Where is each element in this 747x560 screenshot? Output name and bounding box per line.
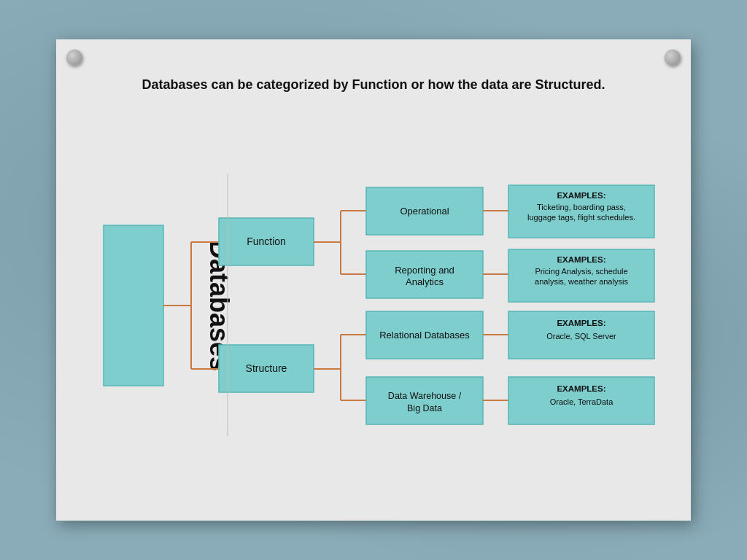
example4-title: EXAMPLES: <box>557 384 605 393</box>
example4-content: Oracle, TerraData <box>550 397 614 406</box>
example3-content: Oracle, SQL Server <box>546 332 616 341</box>
reporting-label-line1: Reporting and <box>395 265 454 276</box>
example2-line2: analysis, weather analysis <box>535 277 628 286</box>
example1-line2: luggage tags, flight schedules. <box>527 213 635 222</box>
structure-label: Structure <box>246 362 287 374</box>
operational-label: Operational <box>400 206 449 217</box>
pin-top-left <box>66 50 82 66</box>
warehouse-label-line2: Big Data <box>407 403 442 413</box>
slide-title: Databases can be categorized by Function… <box>56 39 691 109</box>
pin-top-right <box>665 50 681 66</box>
relational-label: Relational Databases <box>379 330 470 341</box>
example1-line1: Ticketing, boarding pass, <box>537 203 626 211</box>
reporting-label-line2: Analytics <box>406 276 444 287</box>
databases-box <box>104 225 163 386</box>
example1-title: EXAMPLES: <box>557 191 605 200</box>
slide: Databases can be categorized by Function… <box>56 39 691 521</box>
diagram-svg: Databases Function Structure Opera <box>96 174 665 437</box>
example3-title: EXAMPLES: <box>557 319 605 327</box>
example2-title: EXAMPLES: <box>557 255 605 264</box>
example2-line1: Pricing Analysis, schedule <box>535 267 627 276</box>
function-label: Function <box>247 236 286 247</box>
warehouse-label-line1: Data Warehouse / <box>388 391 462 401</box>
